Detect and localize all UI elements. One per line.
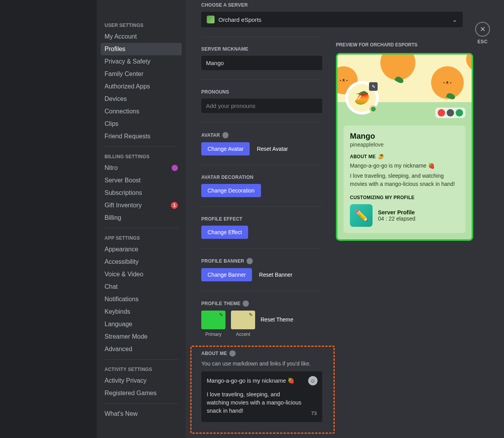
preview-avatar[interactable]: 🥭 ✎ — [345, 81, 379, 115]
sidebar-item-label: My Account — [105, 33, 137, 40]
sidebar-divider — [105, 228, 178, 228]
theme-primary-swatch[interactable]: ✎ — [201, 311, 225, 329]
about-me-text1: Mango-a-go-go is my nickname 🍓 — [207, 377, 303, 385]
activity-title: Server Profile — [378, 209, 415, 215]
sidebar-item-label: Advanced — [105, 346, 132, 353]
emoji-picker-button[interactable]: ☺ — [308, 376, 318, 385]
sidebar-item-chat[interactable]: Chat — [101, 281, 182, 293]
sidebar-item-label: Activity Privacy — [105, 377, 147, 384]
preview-label: Preview for Orchard eSports — [336, 42, 488, 48]
about-me-hint: You can use markdown and links if you'd … — [201, 360, 322, 367]
profile-banner-label: Profile Banner — [201, 258, 322, 264]
sidebar-item-activity-privacy[interactable]: Activity Privacy — [101, 374, 182, 387]
sidebar-item-registered-games[interactable]: Registered Games — [101, 387, 182, 399]
sidebar-item-voice-video[interactable]: Voice & Video — [101, 268, 182, 281]
preview-badges — [435, 108, 465, 118]
choose-server-label: Choose a Server — [201, 2, 322, 8]
edit-avatar-icon: ✎ — [369, 82, 378, 91]
sidebar-item-privacy-safety[interactable]: Privacy & Safety — [101, 55, 182, 68]
sidebar-item-label: Keybinds — [105, 308, 130, 315]
sidebar-section-header: User Settings — [101, 19, 182, 30]
sidebar-item-clips[interactable]: Clips — [101, 118, 182, 130]
close-label: ESC — [477, 39, 488, 44]
close-button[interactable]: ✕ — [475, 22, 490, 37]
sidebar-item-profiles[interactable]: Profiles — [101, 43, 182, 55]
avatar-label: Avatar — [201, 132, 322, 138]
sidebar-item-label: Connections — [105, 108, 139, 115]
sidebar-section-header: Activity Settings — [101, 364, 182, 374]
theme-primary-label: Primary — [205, 332, 221, 337]
change-effect-button[interactable]: Change Effect — [201, 226, 248, 239]
sidebar-section-header: Billing Settings — [101, 151, 182, 162]
sidebar-item-label: Privacy & Safety — [105, 58, 150, 65]
preview-body: 🥭 ✎ Mango pineapplelove — [337, 102, 472, 239]
pencil-icon: ✎ — [249, 312, 253, 318]
nitro-icon — [222, 132, 229, 138]
sidebar-item-label: Devices — [105, 95, 127, 102]
reset-banner-button[interactable]: Reset Banner — [259, 272, 293, 278]
pencil-icon: ✎ — [219, 312, 223, 318]
profile-theme-label: Profile Theme — [201, 300, 322, 307]
change-avatar-button[interactable]: Change Avatar — [201, 142, 250, 155]
sidebar-item-streamer-mode[interactable]: Streamer Mode — [101, 330, 182, 343]
sidebar-item-server-boost[interactable]: Server Boost — [101, 174, 182, 187]
sidebar-item-friend-requests[interactable]: Friend Requests — [101, 130, 182, 143]
badge-icon — [447, 109, 454, 117]
sidebar-item-authorized-apps[interactable]: Authorized Apps — [101, 80, 182, 93]
nitro-icon — [243, 300, 249, 307]
nitro-icon — [247, 258, 253, 264]
sidebar-item-label: Accessibility — [105, 258, 138, 265]
profile-preview-card: • ᴥ • • ᴥ • 🥭 ✎ — [336, 53, 473, 241]
badge-icon — [456, 109, 463, 117]
sidebar-item-appearance[interactable]: Appearance — [101, 243, 182, 256]
sidebar-item-family-center[interactable]: Family Center — [101, 68, 182, 80]
sidebar-item-accessibility[interactable]: Accessibility — [101, 256, 182, 268]
status-online-icon — [369, 105, 377, 113]
nitro-icon — [229, 350, 236, 357]
change-decoration-button[interactable]: Change Decoration — [201, 184, 261, 197]
sidebar-item-label: Appearance — [105, 246, 138, 253]
notification-badge: 1 — [171, 202, 178, 209]
pronouns-input[interactable] — [201, 99, 322, 113]
sidebar-item-subscriptions[interactable]: Subscriptions — [101, 187, 182, 199]
about-me-textarea[interactable]: Mango-a-go-go is my nickname 🍓 I love tr… — [201, 371, 322, 422]
sidebar-item-label: Clips — [105, 120, 119, 127]
sidebar-item-label: Profiles — [105, 46, 125, 53]
nickname-label: Server Nickname — [201, 46, 322, 52]
sidebar-item-advanced[interactable]: Advanced — [101, 343, 182, 355]
sidebar-item-nitro[interactable]: Nitro — [101, 162, 182, 174]
sidebar-item-label: Authorized Apps — [105, 83, 150, 90]
preview-about-text1: Mango-a-go-go is my nickname 🍓 — [350, 162, 459, 170]
sidebar-item-notifications[interactable]: Notifications — [101, 293, 182, 306]
settings-sidebar: User SettingsMy AccountProfilesPrivacy &… — [97, 0, 186, 438]
sidebar-item-connections[interactable]: Connections — [101, 105, 182, 118]
sidebar-item-label: Server Boost — [105, 177, 140, 184]
preview-display-name: Mango — [350, 132, 459, 141]
sidebar-item-gift-inventory[interactable]: Gift Inventory1 — [101, 199, 182, 212]
sidebar-item-keybinds[interactable]: Keybinds — [101, 306, 182, 318]
nickname-input[interactable] — [201, 56, 322, 70]
profile-effect-label: Profile Effect — [201, 216, 322, 222]
sidebar-section-header: App Settings — [101, 232, 182, 243]
sidebar-item-devices[interactable]: Devices — [101, 93, 182, 105]
reset-theme-button[interactable]: Reset Theme — [261, 316, 293, 323]
char-count: 73 — [311, 410, 317, 417]
sidebar-item-language[interactable]: Language — [101, 318, 182, 330]
sidebar-item-whats-new[interactable]: What's New — [101, 408, 182, 420]
sidebar-item-label: Gift Inventory — [105, 202, 142, 209]
sidebar-item-label: Registered Games — [105, 390, 156, 397]
reset-avatar-button[interactable]: Reset Avatar — [257, 146, 288, 152]
sidebar-item-my-account[interactable]: My Account — [101, 30, 182, 43]
change-banner-button[interactable]: Change Banner — [201, 268, 252, 281]
sidebar-item-label: Billing — [105, 214, 121, 221]
preview-about-heading: About Me🥭 — [350, 154, 459, 159]
sidebar-item-label: Chat — [105, 283, 118, 290]
theme-accent-swatch[interactable]: ✎ — [231, 311, 255, 329]
sidebar-item-label: Family Center — [105, 71, 144, 78]
settings-content: ✕ ESC Choose a Server Orchard eSports ⌄ … — [186, 0, 504, 438]
activity-elapsed: 04 : 22 elapsed — [378, 215, 415, 222]
preview-activity-heading: Customizing My Profile — [350, 195, 459, 200]
sidebar-item-billing[interactable]: Billing — [101, 212, 182, 224]
preview-about-text2: I love traveling, sleeping, and watching… — [350, 172, 459, 188]
sidebar-item-label: Voice & Video — [105, 271, 143, 278]
